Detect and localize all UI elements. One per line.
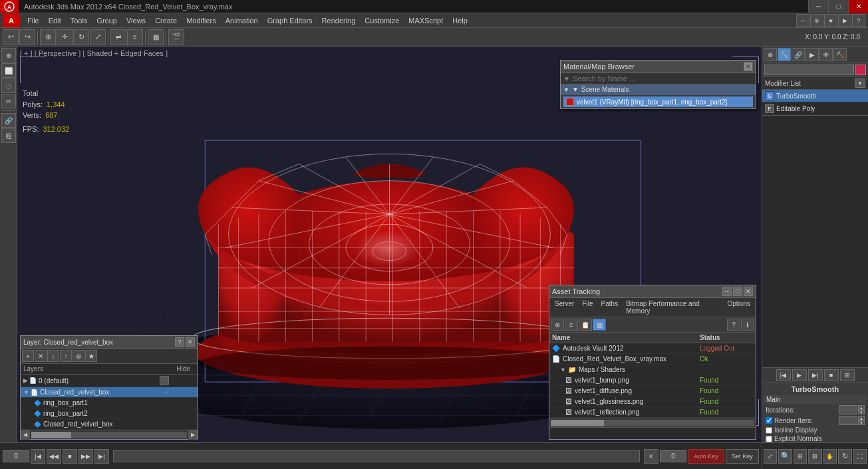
menu-animation[interactable]: Animation — [221, 15, 263, 26]
render-btn[interactable]: 🎬 — [168, 29, 184, 45]
layer-mgr-btn[interactable]: ▦ — [148, 29, 164, 45]
pan-btn[interactable]: ✋ — [823, 449, 837, 464]
mat-browser-close[interactable]: ✕ — [744, 62, 753, 71]
menu-views[interactable]: Views — [122, 15, 150, 26]
play-next-frame[interactable]: ▶| — [94, 449, 109, 464]
move-btn[interactable]: ✛ — [57, 29, 72, 45]
mod-btn-last[interactable]: ⊞ — [840, 369, 855, 381]
render-iters-input[interactable]: 3 — [839, 416, 857, 425]
maximize-btn[interactable]: □ — [828, 0, 848, 13]
paint-tool[interactable]: ✏ — [1, 94, 16, 108]
zoom-btn[interactable]: 🔍 — [778, 449, 792, 464]
menu-help[interactable]: Help — [448, 15, 472, 26]
link-tool[interactable]: 🔗 — [1, 113, 16, 128]
asset-maximize-btn[interactable]: □ — [733, 287, 742, 296]
scale-btn[interactable]: ⤢ — [90, 29, 106, 45]
display-icon[interactable]: 👁 — [819, 48, 833, 61]
mat-search-input[interactable] — [573, 75, 753, 82]
layer-check-default[interactable] — [160, 376, 169, 385]
modify-icon[interactable]: 🔧 — [778, 48, 791, 61]
modifier-item-editablepoly[interactable]: E Editable Poly — [762, 102, 868, 115]
asset-menu-bitmap[interactable]: Bitmap Performance and Memory — [622, 299, 723, 315]
layer-close-btn[interactable]: ✕ — [186, 337, 195, 347]
menu-rendering[interactable]: Rendering — [317, 15, 361, 26]
layer-row-default[interactable]: ▶ 📄 0 (default) — [21, 375, 198, 387]
render-iters-down[interactable]: ▼ — [858, 420, 865, 425]
menu-modifiers[interactable]: Modifiers — [182, 15, 221, 26]
asset-menu-server[interactable]: Server — [551, 299, 578, 315]
layer-help-btn[interactable]: ? — [175, 337, 184, 347]
layer-tb-add[interactable]: ↓ — [47, 350, 59, 362]
toolbar-icon-2[interactable]: ⊕ — [810, 14, 823, 27]
object-color-swatch[interactable] — [855, 65, 866, 75]
unlink-tool[interactable]: ⛓ — [1, 128, 16, 143]
field-view-btn[interactable]: ⊠ — [808, 449, 821, 464]
asset-tb-btn2[interactable]: ≡ — [565, 319, 578, 331]
auto-key-btn[interactable]: Auto Key — [688, 449, 724, 464]
motion-icon[interactable]: ▶ — [805, 48, 819, 61]
layer-tb-new[interactable]: + — [22, 350, 34, 362]
asset-input-row[interactable] — [549, 427, 756, 439]
zoom-extents-btn[interactable]: ⤢ — [764, 449, 777, 464]
time-input[interactable] — [660, 450, 686, 462]
asset-row-maps[interactable]: ▼ 📁 Maps / Shaders — [549, 365, 756, 375]
menu-file[interactable]: File — [23, 15, 44, 26]
create-icon[interactable]: ⊕ — [764, 48, 777, 61]
asset-row-reflect[interactable]: 🖼 velvet1_reflection.png Found — [549, 407, 756, 418]
region-tool[interactable]: ⬜ — [1, 63, 16, 78]
asset-row-vault[interactable]: 🔷 Autodesk Vault 2012 Logged Out — [549, 343, 756, 354]
render-iters-up[interactable]: ▲ — [858, 416, 865, 420]
play-stop[interactable]: ■ — [63, 449, 77, 464]
asset-row-gloss[interactable]: 🖼 velvet1_glossiness.png Found — [549, 396, 756, 407]
mirror-btn[interactable]: ⇄ — [110, 29, 126, 45]
layer-tb-remove[interactable]: ↑ — [60, 350, 72, 362]
mod-btn-stop[interactable]: ■ — [824, 369, 839, 381]
menu-maxscript[interactable]: MAXScript — [404, 15, 448, 26]
scene-materials-header[interactable]: ▼ Scene Materials — [561, 84, 756, 95]
asset-row-bump[interactable]: 🖼 velvet1_bump.png Found — [549, 375, 756, 386]
select-btn[interactable]: ⊕ — [40, 29, 56, 45]
modifier-item-turbosmooth[interactable]: S TurboSmooth — [762, 90, 868, 102]
asset-menu-paths[interactable]: Paths — [597, 299, 623, 315]
frame-input[interactable] — [3, 450, 29, 462]
modifier-list-dropdown[interactable]: ▼ — [855, 78, 865, 88]
asset-menu-file[interactable]: File — [578, 299, 597, 315]
max-viewport-btn[interactable]: ⛶ — [853, 449, 867, 464]
iterations-up[interactable]: ▲ — [858, 405, 865, 410]
isoline-checkbox[interactable] — [766, 427, 772, 434]
menu-customize[interactable]: Customize — [360, 15, 404, 26]
menu-create[interactable]: Create — [150, 15, 182, 26]
layer-scroll-right[interactable]: ▶ — [188, 430, 198, 440]
asset-menu-options[interactable]: Options — [724, 299, 754, 315]
asset-tb-btn3[interactable]: 📋 — [579, 319, 592, 331]
toolbar-icon-1[interactable]: ↔ — [796, 14, 809, 27]
layer-scroll-left[interactable]: ◀ — [21, 430, 30, 440]
align-btn[interactable]: ≡ — [127, 29, 143, 45]
select-tool[interactable]: ⊕ — [1, 48, 16, 63]
layer-row-closed-child[interactable]: 🔷 Closed_red_velvet_box — [21, 419, 198, 430]
orbit-btn[interactable]: ↻ — [838, 449, 851, 464]
asset-minimize-btn[interactable]: ─ — [722, 287, 732, 296]
mod-btn-prev[interactable]: |◀ — [776, 369, 791, 381]
zoom-all-btn[interactable]: ⊞ — [794, 449, 807, 464]
toolbar-icon-5[interactable]: ? — [852, 14, 865, 27]
object-name-input[interactable]: ring_box_part2 — [764, 65, 854, 75]
lasso-tool[interactable]: ◌ — [1, 78, 16, 93]
play-next[interactable]: ▶▶ — [78, 449, 93, 464]
iterations-input[interactable]: 0 — [839, 405, 857, 414]
set-key-btn[interactable]: Set Key — [726, 449, 759, 464]
menu-edit[interactable]: Edit — [44, 15, 66, 26]
layer-row-part1[interactable]: 🔷 ring_box_part1 — [21, 398, 198, 408]
asset-tb-btn4[interactable]: ▦ — [593, 319, 606, 331]
asset-path-input[interactable] — [549, 428, 756, 439]
asset-tb-info[interactable]: ℹ — [741, 319, 754, 331]
redo-btn[interactable]: ↪ — [19, 29, 35, 45]
asset-scroll-thumb[interactable] — [551, 420, 604, 426]
play-prev-frame[interactable]: |◀ — [31, 449, 45, 464]
menu-tools[interactable]: Tools — [66, 15, 92, 26]
undo-btn[interactable]: ↩ — [3, 29, 19, 45]
asset-row-diffuse[interactable]: 🖼 velvet1_diffuse.png Found — [549, 386, 756, 396]
layer-row-closed-red[interactable]: ▼ 📄 Closed_red_velvet_box ✓ — [21, 387, 198, 398]
layer-tb-delete[interactable]: ✕ — [35, 350, 47, 362]
mat-item[interactable]: velvet1 (VRayMtl) [ring_box_part1, ring_… — [563, 96, 753, 107]
